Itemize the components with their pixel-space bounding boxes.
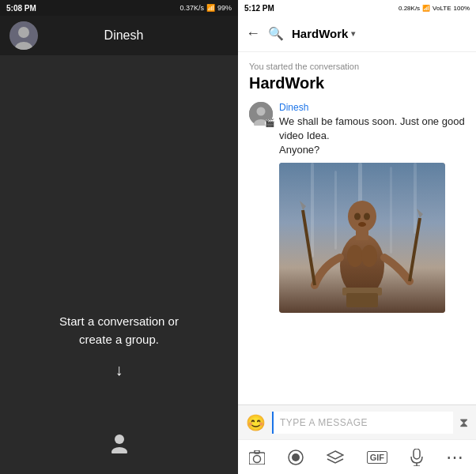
right-speed: 0.28K/s [399,5,420,12]
circle-button[interactable] [288,450,304,465]
dropdown-arrow-icon[interactable]: ▾ [351,29,355,38]
group-name-header: HardWork ▾ [292,27,468,40]
conversation-group-name: HardWork [249,74,465,92]
message-sender: Dinesh [279,102,465,113]
svg-rect-9 [311,163,314,258]
right-header: ← 🔍 HardWork ▾ [238,16,476,52]
message-avatar: 🎬 [249,102,273,126]
emoji-button[interactable]: 😊 [246,413,266,432]
svg-point-29 [254,455,261,462]
svg-point-4 [111,447,127,453]
back-button[interactable]: ← [246,25,260,42]
svg-point-24 [361,245,377,267]
layers-button[interactable] [327,450,344,465]
right-panel: 5:12 PM 0.28K/s 📶 VoLTE 100% ← 🔍 HardWor… [238,0,476,474]
left-header: Dinesh [0,16,238,55]
svg-point-32 [292,453,300,461]
camera-button[interactable] [249,450,265,465]
cta-text: Start a conversation orcreate a group. [59,313,179,348]
left-status-icons: 0.37K/s 📶 99% [179,4,232,12]
right-time: 5:12 PM [244,4,274,13]
message-block: 🎬 Dinesh We shall be famous soon. Just o… [249,102,465,313]
down-arrow-icon: ↓ [115,361,123,379]
svg-point-26 [364,213,370,220]
search-button[interactable]: 🔍 [268,26,284,41]
left-speed: 0.37K/s [179,4,204,12]
more-button[interactable]: ⋯ [446,447,465,468]
input-placeholder: TYPE A MESSAGE [280,417,368,428]
svg-point-23 [347,245,363,267]
svg-rect-16 [356,229,368,240]
message-image [279,163,445,313]
svg-point-6 [257,107,266,116]
chat-body[interactable]: You started the conversation HardWork 🎬 … [238,52,476,404]
avatar-image [9,21,38,50]
left-panel: 5:08 PM 0.37K/s 📶 99% Dinesh Start a con… [0,0,238,474]
svg-rect-10 [334,171,337,250]
svg-point-1 [18,27,29,38]
right-signal: 📶 [422,5,430,12]
bottom-toolbar: GIF ⋯ [238,439,476,474]
conversation-start-label: You started the conversation [249,62,465,71]
left-battery: 99% [217,4,232,12]
right-status-icons: 0.28K/s 📶 VoLTE 100% [399,5,470,12]
new-conversation-icon[interactable] [108,431,130,458]
svg-point-27 [358,222,366,227]
avatar[interactable] [9,21,38,50]
svg-point-15 [348,201,376,232]
message-text: We shall be famous soon. Just one goodvi… [279,115,465,158]
gif-button[interactable]: GIF [367,451,387,464]
status-bar-left: 5:08 PM 0.37K/s 📶 99% [0,0,238,16]
status-bar-right: 5:12 PM 0.28K/s 📶 VoLTE 100% [238,0,476,16]
svg-point-25 [354,213,361,220]
left-content: Start a conversation orcreate a group. ↓ [0,55,238,474]
right-volte: VoLTE [433,5,451,12]
left-header-title: Dinesh [47,28,200,43]
left-signal: 📶 [206,4,215,12]
input-bar: 😊 TYPE A MESSAGE ⧗ [238,404,476,439]
svg-rect-12 [390,167,392,254]
message-content: Dinesh We shall be famous soon. Just one… [279,102,465,313]
svg-rect-30 [255,450,259,453]
svg-rect-13 [414,163,417,234]
svg-rect-33 [414,449,420,459]
avatar-emoji: 🎬 [265,119,274,127]
left-time: 5:08 PM [6,4,36,13]
message-input[interactable]: TYPE A MESSAGE [272,412,453,434]
timer-icon[interactable]: ⧗ [459,416,468,430]
svg-rect-22 [346,293,378,307]
right-battery: 100% [454,5,470,12]
svg-point-3 [115,434,124,444]
mic-button[interactable] [410,449,423,466]
